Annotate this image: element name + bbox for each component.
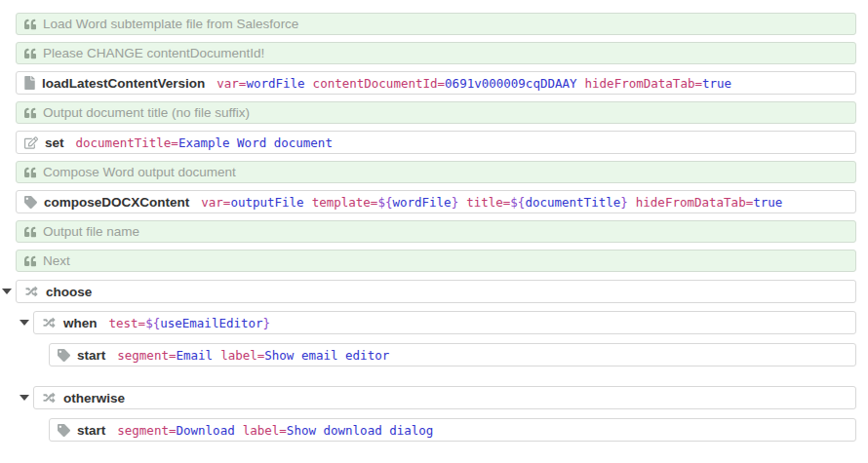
param-key: documentTitle= <box>76 135 178 150</box>
param-key: hideFromDataTab= <box>636 195 753 210</box>
script-row: loadLatestContentVersionvar=wordFilecont… <box>16 71 856 95</box>
shuffle-icon <box>42 317 57 328</box>
script-row: whentest=${useEmailEditor} <box>33 311 856 334</box>
param-key: var= <box>201 195 230 210</box>
command-row[interactable]: composeDOCXContentvar=outputFiletemplate… <box>16 190 856 213</box>
script-row: Please CHANGE contentDocumentId! <box>16 42 856 64</box>
command-row[interactable]: startsegment=Downloadlabel=Show download… <box>49 418 856 442</box>
script-row: setdocumentTitle=Example Word document <box>16 131 856 154</box>
script-row: startsegment=Emaillabel=Show email edito… <box>49 343 856 367</box>
param-value: Download <box>176 423 234 438</box>
param-key: label= <box>243 423 287 438</box>
param-value: Show email editor <box>264 348 389 363</box>
param-key: template= <box>312 195 378 210</box>
collapse-caret-icon[interactable] <box>20 395 29 401</box>
quote-icon <box>24 226 36 238</box>
comment-row[interactable]: Output file name <box>16 220 856 243</box>
command-name: otherwise <box>63 391 125 405</box>
param-value: Email <box>176 348 213 363</box>
param-value: Show download dialog <box>287 423 434 438</box>
script-row: composeDOCXContentvar=outputFiletemplate… <box>16 190 856 213</box>
command-param: hideFromDataTab=true <box>636 195 783 210</box>
command-row[interactable]: startsegment=Emaillabel=Show email edito… <box>49 343 856 367</box>
comment-text: Load Word subtemplate file from Salesfor… <box>43 17 298 31</box>
script-row: Load Word subtemplate file from Salesfor… <box>16 13 856 35</box>
command-param: var=outputFile <box>201 195 303 210</box>
param-key: var= <box>217 76 246 91</box>
comment-row[interactable]: Next <box>16 250 856 272</box>
command-param: var=wordFile <box>217 76 304 91</box>
param-value: true <box>702 76 731 91</box>
comment-text: Next <box>43 253 70 268</box>
script-row: choose <box>16 280 856 303</box>
command-param: template=${wordFile} <box>312 195 459 210</box>
tag-icon <box>58 349 70 362</box>
command-params: segment=Downloadlabel=Show download dial… <box>117 423 441 438</box>
command-param: hideFromDataTab=true <box>585 76 732 91</box>
comment-row[interactable]: Output document title (no file suffix) <box>16 101 856 124</box>
param-expression-close: } <box>452 195 459 210</box>
file-icon <box>24 76 35 90</box>
command-name: loadLatestContentVersion <box>42 76 205 91</box>
script-row: Output file name <box>16 220 856 243</box>
command-row[interactable]: choose <box>16 280 856 303</box>
command-params: segment=Emaillabel=Show email editor <box>117 348 397 363</box>
comment-text: Output file name <box>43 224 139 239</box>
quote-icon <box>24 19 36 30</box>
command-row[interactable]: setdocumentTitle=Example Word document <box>16 131 856 154</box>
comment-row[interactable]: Load Word subtemplate file from Salesfor… <box>16 13 856 35</box>
command-param: segment=Email <box>117 348 213 363</box>
command-row[interactable]: otherwise <box>33 386 856 409</box>
command-param: label=Show download dialog <box>243 423 434 438</box>
command-name: set <box>45 135 64 150</box>
command-name: start <box>77 348 105 363</box>
param-expression-close: } <box>263 316 271 330</box>
command-params: var=outputFiletemplate=${wordFile}title=… <box>201 195 790 210</box>
tag-icon <box>58 424 70 437</box>
quote-icon <box>24 167 36 178</box>
command-params: test=${useEmailEditor} <box>109 316 279 330</box>
param-key: label= <box>220 348 264 363</box>
command-param: contentDocumentId=0691v000009cqDDAAY <box>313 76 577 91</box>
command-param: title=${documentTitle} <box>466 195 628 210</box>
edit-icon <box>24 136 38 149</box>
command-row[interactable]: loadLatestContentVersionvar=wordFilecont… <box>16 71 856 95</box>
quote-icon <box>24 107 36 119</box>
quote-icon <box>24 48 36 59</box>
param-expression-close: } <box>620 195 628 210</box>
command-param: segment=Download <box>117 423 234 438</box>
param-expression-open: ${ <box>145 316 160 330</box>
command-params: var=wordFilecontentDocumentId=0691v00000… <box>217 76 739 91</box>
tag-icon <box>24 196 37 209</box>
command-row[interactable]: whentest=${useEmailEditor} <box>33 311 856 334</box>
param-key: title= <box>466 195 510 210</box>
param-value: 0691v000009cqDDAAY <box>445 76 576 91</box>
param-value: useEmailEditor <box>160 316 262 330</box>
script-row: Next <box>16 250 856 272</box>
param-key: contentDocumentId= <box>313 76 445 91</box>
comment-text: Output document title (no file suffix) <box>43 105 250 120</box>
comment-text: Please CHANGE contentDocumentId! <box>43 46 264 60</box>
comment-row[interactable]: Please CHANGE contentDocumentId! <box>16 42 856 64</box>
script-row: startsegment=Downloadlabel=Show download… <box>49 418 856 442</box>
collapse-caret-icon[interactable] <box>2 289 12 294</box>
param-value: documentTitle <box>525 195 620 210</box>
param-key: hideFromDataTab= <box>585 76 702 91</box>
param-value: Example Word document <box>178 135 333 150</box>
shuffle-icon <box>42 392 57 404</box>
command-name: composeDOCXContent <box>44 195 189 210</box>
comment-text: Compose Word output document <box>43 165 236 179</box>
command-params: documentTitle=Example Word document <box>76 135 340 150</box>
script-editor: Load Word subtemplate file from Salesfor… <box>0 0 868 442</box>
comment-row[interactable]: Compose Word output document <box>16 161 856 183</box>
param-key: segment= <box>117 348 176 363</box>
collapse-caret-icon[interactable] <box>20 320 29 326</box>
param-key: test= <box>109 316 146 330</box>
command-name: start <box>77 423 105 438</box>
param-expression-open: ${ <box>377 195 392 210</box>
command-name: choose <box>46 285 92 299</box>
shuffle-icon <box>24 286 39 297</box>
command-param: label=Show email editor <box>220 348 389 363</box>
param-value: wordFile <box>246 76 304 91</box>
script-row: otherwise <box>33 386 856 409</box>
